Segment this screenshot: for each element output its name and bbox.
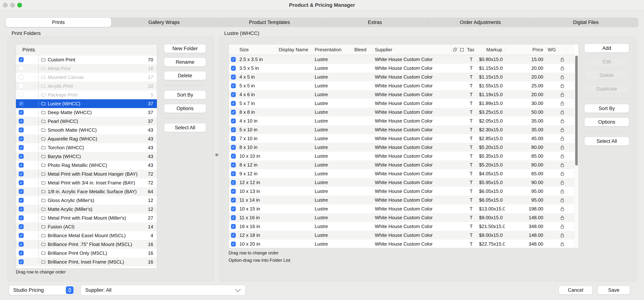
folder-row[interactable]: ✓ 1/8 in. Acrylic Face Metallic Surface …	[16, 187, 157, 196]
tab-prints[interactable]: Prints	[6, 17, 111, 27]
folder-row[interactable]: ✓ Metal Print with 3/4 in. Inset Frame (…	[16, 178, 157, 187]
folder-checkbox[interactable]: ✓	[19, 154, 24, 159]
folder-checkbox[interactable]	[19, 75, 24, 80]
add-size-button[interactable]: Add	[584, 44, 629, 53]
size-row[interactable]: ✓ 8 x 12 in Lustre White House Custom Co…	[229, 160, 575, 169]
size-row[interactable]: ✓ 11 x 14 in Lustre White House Custom C…	[229, 196, 575, 204]
folder-row[interactable]: ✓ Brilliance Metal Easel Mount (MSCL) 4	[16, 231, 157, 240]
lock-icon[interactable]	[558, 75, 566, 79]
folder-row[interactable]: ✓ Gloss Acrylic (Miller's) 12	[16, 196, 157, 205]
size-row[interactable]: ✓ 5 x 10 in Lustre White House Custom Co…	[229, 125, 575, 134]
size-checkbox[interactable]: ✓	[231, 215, 236, 220]
size-row[interactable]: ✓ 10 x 15 in Lustre White House Custom C…	[229, 204, 575, 213]
folder-row[interactable]: ✓ Fusion (ACI) 14	[16, 222, 157, 231]
folder-row[interactable]: Metal Print 16	[16, 64, 157, 73]
size-checkbox[interactable]: ✓	[231, 66, 236, 71]
folder-row[interactable]: Mounted Canvas 17	[16, 73, 157, 82]
lock-icon[interactable]	[558, 92, 566, 97]
folder-row[interactable]: ✓ Metal Print with Float Mount Hanger (B…	[16, 170, 157, 178]
lock-icon[interactable]	[558, 162, 566, 167]
lock-icon[interactable]	[558, 57, 566, 62]
size-row[interactable]: ✓ 10 x 10 in Lustre White House Custom C…	[229, 152, 575, 160]
size-checkbox[interactable]: ✓	[231, 154, 236, 158]
folder-row[interactable]: Acrylic Print 10	[16, 82, 157, 91]
size-row[interactable]: ✓ 4 x 5 in Lustre White House Custom Col…	[229, 73, 575, 81]
size-row[interactable]: ✓ 7 x 10 in Lustre White House Custom Co…	[229, 134, 575, 143]
folder-checkbox[interactable]: ✓	[19, 128, 24, 133]
lock-icon[interactable]	[558, 233, 566, 238]
size-row[interactable]: ✓ 9 x 12 in Lustre White House Custom Co…	[229, 169, 575, 178]
save-button[interactable]: Save	[598, 286, 630, 295]
folder-row[interactable]: ✓ Aquarelle Rag (WHCC) 43	[16, 135, 157, 143]
lock-icon[interactable]	[558, 198, 566, 203]
folder-checkbox[interactable]: ✓	[19, 163, 24, 167]
lock-icon[interactable]	[558, 154, 566, 158]
folder-sort-by-button[interactable]: Sort By	[164, 91, 206, 99]
lock-icon[interactable]	[558, 180, 566, 185]
folder-row[interactable]: ✓ Torchon (WHCC) 43	[16, 143, 157, 152]
lock-icon[interactable]	[558, 189, 566, 194]
folder-checkbox[interactable]: ✓	[19, 242, 24, 247]
new-folder-button[interactable]: New Folder	[164, 44, 206, 53]
folder-checkbox[interactable]: ✓	[19, 259, 24, 264]
size-checkbox[interactable]: ✓	[231, 119, 236, 124]
size-sort-by-button[interactable]: Sort By	[584, 104, 629, 113]
lock-icon[interactable]	[558, 101, 566, 106]
size-checkbox[interactable]: ✓	[231, 171, 236, 176]
folder-row[interactable]: ✓ Brilliance Print Only (MSCL) 16	[16, 249, 157, 258]
size-row[interactable]: ✓ 5 x 7 in Lustre White House Custom Col…	[229, 99, 575, 108]
lock-icon[interactable]	[558, 119, 566, 124]
folder-row[interactable]: ✓ Pearl (WHCC) 37	[16, 117, 157, 126]
folder-checkbox[interactable]: ✓	[19, 119, 24, 124]
folder-options-button[interactable]: Options	[164, 104, 206, 113]
size-row[interactable]: ✓ 8 x 8 in Lustre White House Custom Col…	[229, 108, 575, 117]
folder-checkbox[interactable]	[19, 84, 24, 88]
size-checkbox[interactable]: ✓	[231, 57, 236, 62]
size-row[interactable]: ✓ 12 x 12 in Lustre White House Custom C…	[229, 178, 575, 187]
folder-row[interactable]: ✓ Metal Print with Float Mount (Miller's…	[16, 214, 157, 222]
delete-folder-button[interactable]: Delete	[164, 71, 206, 80]
size-row[interactable]: ✓ 4 x 6 in Lustre White House Custom Col…	[229, 90, 575, 99]
lock-icon[interactable]	[558, 171, 566, 176]
folder-row[interactable]: ✓ Brilliance Print, Inset Frame (MSCL) 1…	[16, 258, 157, 266]
size-checkbox[interactable]: ✓	[231, 145, 236, 150]
size-row[interactable]: ✓ 8 x 10 in Lustre White House Custom Co…	[229, 143, 575, 152]
size-checkbox[interactable]: ✓	[231, 136, 236, 141]
supplier-filter[interactable]: Supplier: All	[81, 285, 245, 295]
folder-checkbox[interactable]	[19, 92, 24, 97]
tab-gallery-wraps[interactable]: Gallery Wraps	[111, 17, 217, 27]
folder-checkbox[interactable]: ✓	[19, 189, 24, 194]
size-checkbox[interactable]: ✓	[231, 180, 236, 185]
lock-icon[interactable]	[558, 83, 566, 88]
lock-icon[interactable]	[558, 110, 566, 115]
size-row[interactable]: ✓ 3.5 x 5 in Lustre White House Custom C…	[229, 64, 575, 73]
size-checkbox[interactable]: ✓	[231, 224, 236, 229]
table-scrollbar-thumb[interactable]	[575, 56, 578, 165]
size-checkbox[interactable]: ✓	[231, 83, 236, 88]
size-checkbox[interactable]: ✓	[231, 198, 236, 203]
folder-row[interactable]: ✓ Deep Matte (WHCC) 37	[16, 108, 157, 117]
folder-checkbox[interactable]: ✓	[19, 110, 24, 115]
tab-order-adjustments[interactable]: Order Adjustments	[428, 17, 533, 27]
folder-checkbox[interactable]: ✓	[19, 136, 24, 141]
size-row[interactable]: ✓ 12 x 18 in Lustre White House Custom C…	[229, 231, 575, 240]
size-checkbox[interactable]: ✓	[231, 242, 236, 247]
lock-icon[interactable]	[558, 224, 566, 229]
tab-product-templates[interactable]: Product Templates	[217, 17, 322, 27]
size-checkbox[interactable]: ✓	[231, 101, 236, 106]
folder-select-all-button[interactable]: Select All	[164, 123, 206, 132]
lock-icon[interactable]	[558, 145, 566, 150]
lock-icon[interactable]	[558, 215, 566, 220]
size-checkbox[interactable]: ✓	[231, 206, 236, 211]
folder-row[interactable]: ✓ Photo Rag Metallic (WHCC) 43	[16, 161, 157, 170]
size-checkbox[interactable]: ✓	[231, 75, 236, 79]
size-checkbox[interactable]: ✓	[231, 92, 236, 97]
size-select-all-button[interactable]: Select All	[584, 137, 629, 146]
folder-checkbox[interactable]: ✓	[19, 207, 24, 212]
table-scrollbar-track[interactable]	[574, 55, 578, 248]
lock-icon[interactable]	[558, 127, 566, 132]
folder-row[interactable]: ✓ Custom Print 70	[16, 55, 157, 64]
pane-splitter-handle[interactable]	[215, 153, 218, 156]
lock-icon[interactable]	[558, 136, 566, 141]
folder-row[interactable]: ✓ Lustre (WHCC) 37	[16, 99, 157, 108]
